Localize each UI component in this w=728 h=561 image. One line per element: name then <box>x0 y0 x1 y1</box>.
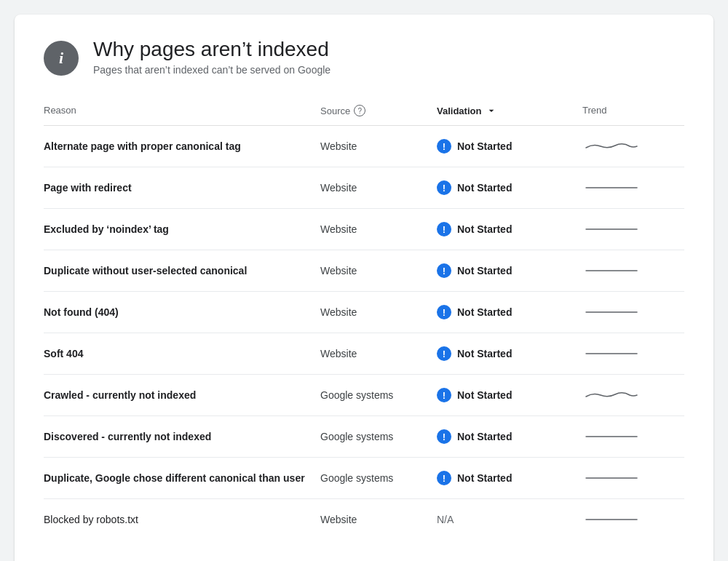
source-cell: Website <box>320 182 437 194</box>
table-row[interactable]: Blocked by robots.txtWebsiteN/A <box>44 499 684 540</box>
validation-cell: !Not Started <box>437 471 582 485</box>
info-icon: i <box>44 41 79 76</box>
source-cell: Website <box>320 140 437 152</box>
validation-status: Not Started <box>457 306 512 318</box>
source-cell: Website <box>320 265 437 276</box>
trend-cell <box>582 429 684 444</box>
validation-cell: N/A <box>437 514 582 525</box>
table-row[interactable]: Crawled - currently not indexedGoogle sy… <box>44 375 684 416</box>
trend-line-icon <box>582 471 641 485</box>
not-started-icon: ! <box>437 346 451 361</box>
col-reason: Reason <box>44 105 320 116</box>
trend-line-icon <box>582 139 641 154</box>
validation-status: Not Started <box>457 140 512 152</box>
source-cell: Google systems <box>320 431 437 442</box>
table-row[interactable]: Alternate page with proper canonical tag… <box>44 126 684 167</box>
trend-cell <box>582 512 684 527</box>
col-trend: Trend <box>582 105 684 116</box>
validation-cell: !Not Started <box>437 263 582 278</box>
not-started-icon: ! <box>437 263 451 278</box>
not-started-icon: ! <box>437 388 451 402</box>
source-help-icon[interactable]: ? <box>354 105 365 116</box>
table-row[interactable]: Page with redirectWebsite!Not Started <box>44 167 684 209</box>
validation-status: Not Started <box>457 431 512 442</box>
trend-cell <box>582 222 684 236</box>
not-started-icon: ! <box>437 180 451 195</box>
validation-cell: !Not Started <box>437 305 582 319</box>
validation-cell: !Not Started <box>437 388 582 402</box>
trend-cell <box>582 471 684 485</box>
reason-cell: Soft 404 <box>44 348 320 359</box>
trend-cell <box>582 346 684 361</box>
source-cell: Website <box>320 223 437 235</box>
reason-cell: Excluded by ‘noindex’ tag <box>44 223 320 235</box>
validation-cell: !Not Started <box>437 429 582 444</box>
trend-cell <box>582 388 684 402</box>
reason-cell: Not found (404) <box>44 306 320 318</box>
validation-status: Not Started <box>457 223 512 235</box>
reason-cell: Crawled - currently not indexed <box>44 389 320 401</box>
trend-line-icon <box>582 263 641 278</box>
trend-line-icon <box>582 512 641 527</box>
trend-line-icon <box>582 222 641 236</box>
reason-cell: Page with redirect <box>44 182 320 194</box>
trend-cell <box>582 139 684 154</box>
trend-cell <box>582 180 684 195</box>
data-table: Reason Source ? Validation Trend Alterna… <box>44 99 684 540</box>
table-row[interactable]: Duplicate, Google chose different canoni… <box>44 458 684 499</box>
page-header: i Why pages aren’t indexed Pages that ar… <box>44 38 684 76</box>
reason-cell: Duplicate, Google chose different canoni… <box>44 472 320 484</box>
trend-cell <box>582 305 684 319</box>
trend-cell <box>582 263 684 278</box>
validation-status: Not Started <box>457 389 512 401</box>
validation-status: Not Started <box>457 182 512 194</box>
sort-down-icon <box>486 105 497 116</box>
not-started-icon: ! <box>437 429 451 444</box>
not-started-icon: ! <box>437 305 451 319</box>
table-row[interactable]: Discovered - currently not indexedGoogle… <box>44 416 684 458</box>
reason-cell: Alternate page with proper canonical tag <box>44 140 320 152</box>
validation-cell: !Not Started <box>437 180 582 195</box>
table-header: Reason Source ? Validation Trend <box>44 99 684 126</box>
col-source: Source ? <box>320 105 437 116</box>
trend-line-icon <box>582 346 641 361</box>
source-cell: Google systems <box>320 389 437 401</box>
validation-cell: !Not Started <box>437 222 582 236</box>
not-started-icon: ! <box>437 139 451 154</box>
main-card: i Why pages aren’t indexed Pages that ar… <box>15 15 713 561</box>
source-cell: Website <box>320 306 437 318</box>
reason-cell: Blocked by robots.txt <box>44 514 320 525</box>
header-text: Why pages aren’t indexed Pages that aren… <box>93 38 331 76</box>
validation-status: Not Started <box>457 472 512 484</box>
source-cell: Website <box>320 514 437 525</box>
validation-status: Not Started <box>457 265 512 276</box>
col-validation[interactable]: Validation <box>437 105 582 116</box>
trend-line-icon <box>582 180 641 195</box>
trend-line-icon <box>582 429 641 444</box>
table-row[interactable]: Not found (404)Website!Not Started <box>44 292 684 333</box>
table-body: Alternate page with proper canonical tag… <box>44 126 684 540</box>
reason-cell: Duplicate without user-selected canonica… <box>44 265 320 276</box>
table-row[interactable]: Excluded by ‘noindex’ tagWebsite!Not Sta… <box>44 209 684 250</box>
table-row[interactable]: Soft 404Website!Not Started <box>44 333 684 375</box>
validation-cell: !Not Started <box>437 139 582 154</box>
not-started-icon: ! <box>437 222 451 236</box>
page-title: Why pages aren’t indexed <box>93 38 331 61</box>
trend-line-icon <box>582 305 641 319</box>
source-cell: Google systems <box>320 472 437 484</box>
reason-cell: Discovered - currently not indexed <box>44 431 320 442</box>
source-cell: Website <box>320 348 437 359</box>
validation-status: Not Started <box>457 348 512 359</box>
not-started-icon: ! <box>437 471 451 485</box>
validation-cell: !Not Started <box>437 346 582 361</box>
validation-na: N/A <box>437 514 454 525</box>
page-subtitle: Pages that aren’t indexed can’t be serve… <box>93 64 331 76</box>
table-row[interactable]: Duplicate without user-selected canonica… <box>44 250 684 292</box>
trend-line-icon <box>582 388 641 402</box>
